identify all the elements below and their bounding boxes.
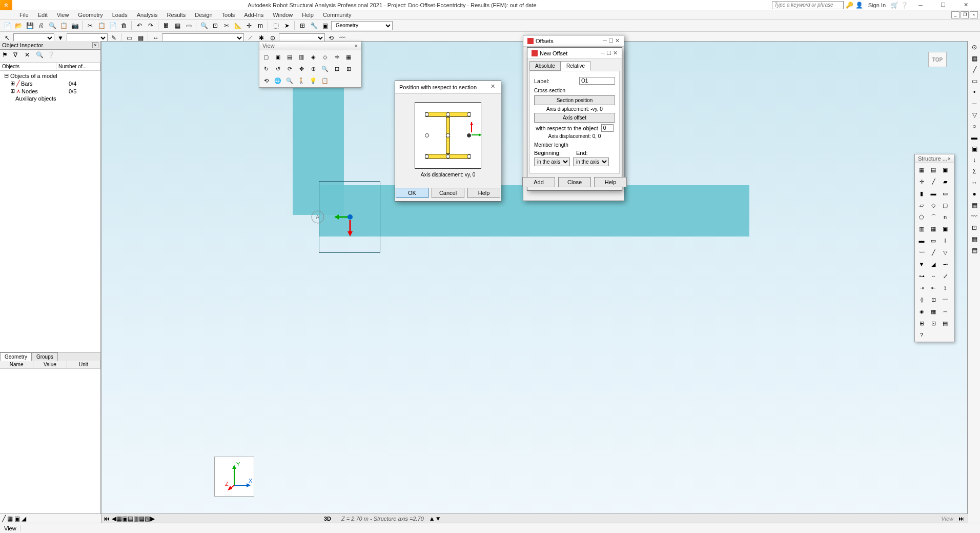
st-prop2-icon[interactable]: ▦	[928, 223, 939, 234]
zoom-all-icon[interactable]: ⊞	[343, 63, 354, 74]
menu-edit[interactable]: Edit	[34, 11, 52, 19]
insp-filter-icon[interactable]: ∇	[13, 52, 22, 60]
st-link1-icon[interactable]: ⟟	[940, 282, 951, 293]
tree-bars[interactable]: Bars	[21, 81, 68, 87]
st-rel3-icon[interactable]: ↔	[928, 270, 939, 282]
st-rel2-icon[interactable]: ⊶	[916, 270, 927, 282]
insp-delete-icon[interactable]: ✕	[25, 52, 33, 60]
st-more2-icon[interactable]: ?	[916, 329, 927, 341]
account-icon[interactable]: 👤	[855, 2, 863, 8]
bar-icon[interactable]: ─	[969, 98, 979, 109]
tree-nodes[interactable]: Nodes	[22, 88, 68, 94]
st-line2-icon[interactable]: ╱	[928, 247, 939, 258]
insp-col-number[interactable]: Number of...	[56, 63, 100, 70]
section-icon[interactable]: ✂	[221, 21, 232, 31]
print-preview-icon[interactable]: 🔍	[47, 21, 57, 31]
end-select[interactable]: in the axis	[573, 157, 609, 166]
structure-toolbar[interactable]: Structure ...× ▦ ▤ ▣ ✛ ╱ ▰ ▮ ▬ ▭ ▱ ◇ ▢ ⬠…	[914, 154, 954, 342]
bt-nav-prev-icon[interactable]: ◀	[112, 516, 116, 522]
st-poly-icon[interactable]: ⬠	[916, 211, 927, 223]
calc-icon[interactable]: ▦	[969, 200, 979, 210]
st-prop3-icon[interactable]: ▣	[940, 223, 951, 234]
bt-nav-end-icon[interactable]: ⏭	[958, 516, 968, 522]
menu-loads[interactable]: Loads	[108, 11, 132, 19]
view-yz-icon[interactable]: ▥	[296, 51, 307, 63]
settings-icon[interactable]: 🔧	[309, 21, 319, 31]
zoom-icon[interactable]: 🔍	[199, 21, 209, 31]
tab-relative[interactable]: Relative	[561, 61, 590, 71]
st-mat-icon[interactable]: ▬	[916, 235, 927, 246]
measure-icon[interactable]: 📐	[233, 21, 243, 31]
bt-tab-icon-4[interactable]: ▥	[133, 516, 139, 522]
st-node-icon[interactable]: ✛	[916, 176, 927, 187]
rotate-y-icon[interactable]: ↺	[272, 63, 283, 74]
tree-aux[interactable]: Auxiliary objects	[15, 95, 99, 102]
menu-window[interactable]: Window	[269, 11, 297, 19]
prop-col-name[interactable]: Name	[0, 361, 33, 368]
st-anal3-icon[interactable]: ▦	[928, 306, 939, 317]
calculator-icon[interactable]: 🖩	[161, 21, 171, 31]
release-icon[interactable]: ○	[969, 121, 979, 131]
cart-icon[interactable]: 🛒	[891, 2, 899, 8]
view-xz-icon[interactable]: ▤	[284, 51, 295, 63]
st-slab-icon[interactable]: ▱	[916, 200, 927, 211]
st-stories-icon[interactable]: ▤	[928, 164, 939, 175]
snap-icon[interactable]: ⊙	[969, 42, 979, 52]
window-icon[interactable]: ▭	[183, 21, 194, 31]
add-button[interactable]: Add	[522, 177, 555, 187]
menu-file[interactable]: File	[15, 11, 33, 19]
st-dim3-icon[interactable]: ⊡	[928, 318, 939, 329]
bt-nav-next-icon[interactable]: ▶	[150, 516, 155, 522]
page-setup-icon[interactable]: 📋	[58, 21, 69, 31]
mdi-restore[interactable]: ❐	[961, 11, 969, 18]
help-button[interactable]: Help	[594, 177, 627, 187]
tree-expand-icon[interactable]: ⊞	[9, 88, 15, 94]
st-more1-icon[interactable]: ▤	[940, 318, 951, 329]
st-open-icon[interactable]: ◇	[928, 200, 939, 211]
inspector-tree[interactable]: ⊟Objects of a model ⊞╱Bars0/4 ⊞⋏Nodes0/5…	[0, 71, 100, 352]
table-icon[interactable]: ▦	[172, 21, 182, 31]
menu-geometry[interactable]: Geometry	[74, 11, 107, 19]
view-xy-icon[interactable]: ▣	[272, 51, 283, 63]
menu-addins[interactable]: Add-Ins	[240, 11, 268, 19]
structure-close-icon[interactable]: ×	[948, 155, 951, 162]
box-icon[interactable]: ▭	[969, 76, 979, 86]
new-file-icon[interactable]: 📄	[2, 21, 12, 31]
bt-tab-icon-5[interactable]: ▦	[139, 516, 145, 522]
st-axes-icon[interactable]: ▦	[916, 164, 927, 175]
bl-icon-3[interactable]: ▣	[14, 516, 20, 522]
refresh-icon[interactable]: ⟲	[260, 75, 272, 86]
menu-view[interactable]: View	[53, 11, 73, 19]
st-sect-icon[interactable]: I	[940, 235, 951, 246]
material-icon[interactable]: ▬	[969, 132, 979, 143]
offsets-max-icon[interactable]: ☐	[608, 37, 614, 44]
position-dialog-close[interactable]: ✕	[488, 83, 497, 91]
bt-nav-first-icon[interactable]: ⏮	[101, 516, 112, 522]
bt-up-icon[interactable]: ▲	[429, 516, 435, 522]
table2-icon[interactable]: ▤	[969, 245, 979, 255]
tree-expand-icon[interactable]: ⊞	[9, 80, 15, 87]
insp-tab-groups[interactable]: Groups	[32, 352, 58, 361]
pan-icon[interactable]: ✥	[296, 63, 307, 74]
label-input[interactable]	[579, 77, 615, 85]
menu-tools[interactable]: Tools	[218, 11, 239, 19]
combo-icon[interactable]: Σ	[969, 166, 979, 176]
tree-root[interactable]: Objects of a model	[10, 73, 99, 79]
search-input[interactable]	[772, 1, 844, 9]
minimize-button[interactable]: ─	[910, 1, 931, 10]
view-cube-top[interactable]: TOP	[928, 52, 947, 67]
node-icon[interactable]: •	[969, 87, 979, 97]
mdi-minimize[interactable]: _	[951, 11, 959, 18]
axis-offset-button[interactable]: Axis offset	[534, 113, 615, 123]
mass-icon[interactable]: ●	[969, 189, 979, 199]
undo-icon[interactable]: ↶	[134, 21, 145, 31]
load-icon[interactable]: ↓	[969, 155, 979, 165]
inspector-close-icon[interactable]: ×	[92, 42, 98, 48]
insp-col-objects[interactable]: Objects	[0, 63, 56, 70]
bt-tab-icon-2[interactable]: ▣	[122, 516, 128, 522]
offset-icon[interactable]: ↔	[969, 177, 979, 188]
bt-tab-icon-6[interactable]: ▧	[145, 516, 150, 522]
newoffset-min-icon[interactable]: ─	[601, 50, 605, 56]
redo-icon[interactable]: ↷	[146, 21, 156, 31]
view-iso-icon[interactable]: ◇	[319, 51, 331, 63]
